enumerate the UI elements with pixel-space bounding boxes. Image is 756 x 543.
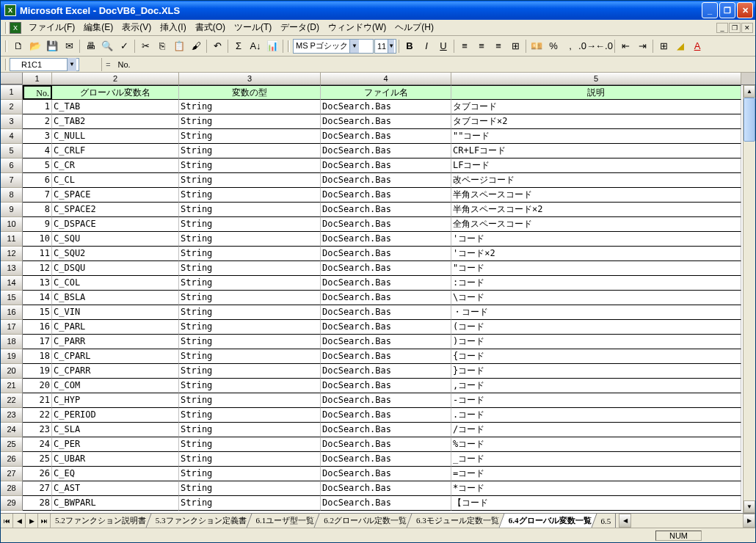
scroll-down-button[interactable]: ▼ (744, 500, 755, 513)
cell-desc[interactable]: CR+LFコード (451, 144, 741, 158)
cell-desc[interactable]: _コード (451, 452, 741, 467)
cell-file[interactable]: DocSearch.Bas (321, 423, 451, 437)
align-right-button[interactable]: ≡ (490, 38, 506, 54)
cell-type[interactable]: String (179, 261, 321, 276)
mdi-restore-button[interactable]: ❐ (729, 23, 741, 33)
cell-file[interactable]: DocSearch.Bas (321, 129, 451, 144)
cell-name[interactable]: C_CPARL (52, 349, 179, 364)
increase-decimal-button[interactable]: .0→ (579, 38, 595, 54)
scroll-thumb[interactable] (744, 98, 755, 142)
cell-no[interactable]: 18 (23, 349, 52, 364)
cell-name[interactable]: C_BSLA (52, 291, 179, 305)
cell-name[interactable]: C_SLA (52, 423, 179, 437)
cell-no[interactable]: 25 (23, 452, 52, 467)
cell-name[interactable]: C_SQU (52, 232, 179, 247)
merge-button[interactable]: ⊞ (507, 38, 523, 54)
row-header[interactable]: 9 (1, 203, 23, 217)
cell-name[interactable]: C_PER (52, 437, 179, 452)
copy-button[interactable]: ⎘ (154, 38, 170, 54)
row-header[interactable]: 27 (1, 467, 23, 481)
cell-file[interactable]: DocSearch.Bas (321, 173, 451, 188)
header-cell[interactable]: グローバル変数名 (52, 85, 179, 100)
cell-type[interactable]: String (179, 496, 321, 511)
cell-no[interactable]: 14 (23, 291, 52, 305)
toolbar-handle[interactable] (5, 40, 7, 52)
cell-type[interactable]: String (179, 437, 321, 452)
cell-no[interactable]: 8 (23, 203, 52, 217)
cell-name[interactable]: C_UBAR (52, 452, 179, 467)
cell-no[interactable]: 22 (23, 408, 52, 423)
menu-7[interactable]: ウィンドウ(W) (324, 20, 390, 35)
cell-desc[interactable]: 半角スペースコード (451, 188, 741, 203)
save-button[interactable]: 💾 (44, 38, 60, 54)
row-header[interactable]: 25 (1, 437, 23, 452)
cell-name[interactable]: C_TAB (52, 100, 179, 114)
mdi-close-button[interactable]: ✕ (741, 23, 753, 33)
column-header[interactable]: 4 (321, 73, 451, 84)
email-button[interactable]: ✉ (61, 38, 77, 54)
column-header[interactable]: 3 (179, 73, 321, 84)
cell-desc[interactable]: %コード (451, 437, 741, 452)
cell-type[interactable]: String (179, 349, 321, 364)
comma-button[interactable]: , (562, 38, 578, 54)
cell-no[interactable]: 19 (23, 364, 52, 379)
align-left-button[interactable]: ≡ (457, 38, 473, 54)
cell-type[interactable]: String (179, 364, 321, 379)
cell-no[interactable]: 20 (23, 379, 52, 393)
cell-no[interactable]: 5 (23, 158, 52, 173)
cell-name[interactable]: C_BWPARL (52, 496, 179, 511)
cut-button[interactable]: ✂ (137, 38, 153, 54)
row-header[interactable]: 18 (1, 335, 23, 349)
paste-button[interactable]: 📋 (171, 38, 187, 54)
undo-button[interactable]: ↶ (209, 38, 225, 54)
cell-type[interactable]: String (179, 232, 321, 247)
vertical-scrollbar[interactable]: ▲ ▼ (743, 85, 755, 513)
row-header[interactable]: 24 (1, 423, 23, 437)
sheet-tab[interactable]: 6.1ユーザ型一覧 (252, 514, 320, 528)
cell-type[interactable]: String (179, 114, 321, 129)
header-cell[interactable]: 変数の型 (179, 85, 321, 100)
cell-type[interactable]: String (179, 393, 321, 408)
cell-file[interactable]: DocSearch.Bas (321, 335, 451, 349)
cell-desc[interactable]: .コード (451, 408, 741, 423)
select-all-corner[interactable] (1, 73, 23, 84)
decrease-decimal-button[interactable]: ←.0 (596, 38, 612, 54)
cell-desc[interactable]: "コード (451, 261, 741, 276)
grid-body[interactable]: 1No.グローバル変数名変数の型ファイル名説明21C_TABStringDocS… (1, 85, 755, 513)
cell-type[interactable]: String (179, 129, 321, 144)
cell-no[interactable]: 28 (23, 496, 52, 511)
cell-type[interactable]: String (179, 305, 321, 320)
sheet-tab[interactable]: 6.4グローバル変数一覧 (504, 514, 597, 528)
cell-desc[interactable]: /コード (451, 423, 741, 437)
row-header[interactable]: 2 (1, 100, 23, 114)
cell-desc[interactable]: =コード (451, 467, 741, 481)
cell-name[interactable]: C_COM (52, 379, 179, 393)
cell-file[interactable]: DocSearch.Bas (321, 437, 451, 452)
cell-desc[interactable]: 'コード (451, 232, 741, 247)
column-header[interactable]: 2 (52, 73, 179, 84)
underline-button[interactable]: U (435, 38, 451, 54)
row-header[interactable]: 8 (1, 188, 23, 203)
row-header[interactable]: 1 (1, 85, 23, 100)
cell-file[interactable]: DocSearch.Bas (321, 349, 451, 364)
titlebar[interactable]: X Microsoft Excel - DocVB6_Doc.XLS _ ❐ ✕ (1, 1, 755, 20)
cell-no[interactable]: 16 (23, 320, 52, 335)
row-header[interactable]: 29 (1, 496, 23, 511)
print-preview-button[interactable]: 🔍 (99, 38, 115, 54)
cell-type[interactable]: String (179, 452, 321, 467)
row-header[interactable]: 5 (1, 144, 23, 158)
cell-name[interactable]: C_CRLF (52, 144, 179, 158)
row-header[interactable]: 26 (1, 452, 23, 467)
cell-desc[interactable]: ""コード (451, 129, 741, 144)
formula-text[interactable]: No. (117, 60, 130, 69)
open-button[interactable]: 📂 (27, 38, 43, 54)
cell-no[interactable]: 2 (23, 114, 52, 129)
cell-desc[interactable]: {コード (451, 349, 741, 364)
cell-desc[interactable]: *コード (451, 481, 741, 496)
cell-no[interactable]: 17 (23, 335, 52, 349)
cell-no[interactable]: 6 (23, 173, 52, 188)
row-header[interactable]: 14 (1, 276, 23, 291)
row-header[interactable]: 20 (1, 364, 23, 379)
menu-3[interactable]: 挿入(I) (156, 20, 190, 35)
cell-file[interactable]: DocSearch.Bas (321, 203, 451, 217)
